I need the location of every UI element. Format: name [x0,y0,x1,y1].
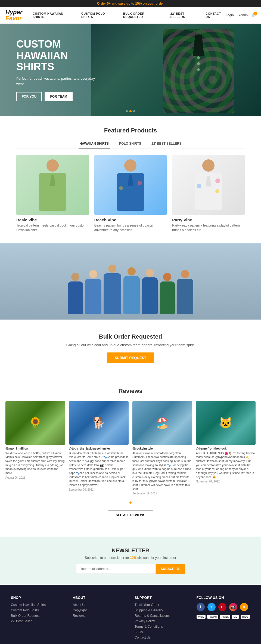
review-text-1: We'd ask who wore it better, but we all … [5,451,65,475]
nav-best-sellers[interactable]: 22' BEST SELLERS [170,12,199,18]
featured-title: Featured Products [16,127,245,134]
reviews-grid: 🌻 @max_i_million_ We'd ask who wore it b… [5,401,256,495]
footer-link-privacy[interactable]: Privacy Policy [135,619,188,623]
top-bar: Order 5+ and save up to 15% on your orde… [0,0,261,7]
footer-support-title: SUPPORT [135,596,188,600]
see-all-reviews-button[interactable]: SEE ALL REVIEWS [108,510,154,520]
person-2 [85,270,101,314]
hero-dot-1[interactable] [126,110,128,112]
product-grid: Basic Vibe Tropical pattern meets casual… [16,155,245,233]
header-right: Login Signup 🛒0 [226,13,256,17]
tab-hawaiian-shirts[interactable]: HAWAIIAN SHIRTS [79,140,110,148]
review-img-1: 🌻 [5,401,65,445]
logo-favor: Favor [5,15,22,21]
review-text-3: All in all it was a Never-to-be-forgotte… [132,451,192,491]
nav-contact[interactable]: CONTACT US [206,12,226,18]
footer-link-hawaiian[interactable]: Custom Hawaiian Shirts [11,603,65,607]
nav-hawaiian-shirts[interactable]: CUSTOM HAWAIIAN SHIRTS [33,12,75,18]
signup-link[interactable]: Signup [238,13,248,17]
bulk-title: Bulk Order Requested [11,333,250,340]
footer-link-track[interactable]: Track Your Order [135,603,188,607]
twitter-icon[interactable]: 𝕏 [207,603,216,611]
group-photo-section [0,243,261,320]
newsletter-subscribe-button[interactable]: SUBSCRIBE [156,564,185,574]
product-party-vibe[interactable]: Party Vibe Party-ready pattern - featuri… [172,155,245,233]
footer-link-about-us[interactable]: About Us [73,603,127,607]
review-handle-3: @rockyinstyle [132,447,192,450]
people-group [0,243,261,320]
payment-paypal: PayPal [207,615,219,619]
review-handle-1: @max_i_million_ [5,447,65,450]
submit-request-button[interactable]: SUBMIT REQUEST [107,352,154,363]
product-basic-vibe[interactable]: Basic Vibe Tropical pattern meets casual… [16,155,89,233]
newsletter-section: NEWSLETTER Subscribe to our newsletter f… [0,537,261,585]
hero-title: CUSTOM HAWAIIAN SHIRTS [16,39,98,73]
footer-link-reviews[interactable]: Reviews [73,614,127,618]
footer-link-bestseller[interactable]: 22' Best Seller [11,619,65,623]
newsletter-subtitle: Subscribe to our newsletter for 10% disc… [11,556,250,560]
person-7 [177,270,193,314]
footer-link-copyright[interactable]: Copyright [73,608,127,612]
bulk-section: Bulk Order Requested Going all out with … [0,320,261,377]
person-3 [104,265,121,314]
for-you-button[interactable]: FOR YOU [16,92,42,101]
bulk-subtitle: Going all out with cool and unique custo… [11,343,250,347]
hero-subtitle: Perfect for beach vacations, parties, an… [16,76,98,86]
footer-link-polo[interactable]: Custom Polo Shirts [11,608,65,612]
review-date-4: November 07, 2022 [196,480,256,483]
cart-badge: 0 [253,12,257,16]
hero-dot-3[interactable] [133,110,135,112]
product-desc-party: Party-ready pattern - featuring a playfu… [172,223,245,233]
product-name-party: Party Vibe [172,218,245,222]
footer-link-bulk[interactable]: Bulk Order Request [11,614,65,618]
payment-visa: VISA [197,615,206,619]
footer-shop: SHOP Custom Hawaiian Shirts Custom Polo … [11,596,65,641]
reviews-dot-active[interactable] [129,501,132,504]
nav-polo-shirts[interactable]: CUSTOM POLO SHIRTS [81,12,117,18]
for-team-button[interactable]: FOR TEAM [45,92,73,101]
footer-link-terms[interactable]: Terms & Conditions [135,625,188,628]
product-beach-vibe[interactable]: Beach Vibe Beachy pattern brings a sense… [94,155,167,233]
footer-link-contact[interactable]: Contact Us [135,636,188,639]
product-desc-basic: Tropical pattern meets casual cool in ou… [16,223,89,233]
product-img-basic [16,155,89,215]
login-link[interactable]: Login [226,13,234,17]
newsletter-title: NEWSLETTER [11,547,250,554]
facebook-icon[interactable]: f [197,603,205,611]
footer-link-faqs[interactable]: FAQs [135,630,188,634]
payment-discover: DISC [241,615,250,619]
hero-buttons: FOR YOU FOR TEAM [16,92,98,101]
footer-shop-title: SHOP [11,596,65,600]
footer-about: ABOUT About Us Copyright Reviews [73,596,127,641]
person-5 [142,269,158,314]
product-name-beach: Beach Vibe [94,218,167,222]
reviews-section: Reviews 🌻 @max_i_million_ We'd ask who w… [0,377,261,537]
nav-bulk-order[interactable]: BULK ORDER REQUESTED [123,12,164,18]
tab-polo-shirts[interactable]: POLO SHIRTS [118,140,142,148]
newsletter-email-input[interactable] [76,564,156,574]
logo[interactable]: Hyper Favor [5,9,27,21]
review-date-2: September 09, 2021 [69,488,129,491]
review-1: 🌻 @max_i_million_ We'd ask who wore it b… [5,401,65,495]
amazon-icon[interactable]: a [240,603,248,611]
product-name-basic: Basic Vibe [16,218,89,222]
review-2: 🐕 @toby_the_jackrussellterrier Buon Merc… [69,401,129,495]
reviews-dots [5,500,256,504]
hero-dots [126,110,135,112]
review-img-3: 🏖️ [132,401,192,445]
hero-dot-2[interactable] [129,110,132,112]
footer-support: SUPPORT Track Your Order Shipping & Deli… [135,596,188,641]
review-img-2: 🐕 [69,401,129,445]
cart-icon[interactable]: 🛒0 [251,13,256,17]
instagram-icon[interactable]: 📷 [229,603,237,611]
product-desc-beach: Beachy pattern brings a sense of coastal… [94,223,167,233]
footer-link-returns[interactable]: Returns & Cancellations [135,614,188,618]
review-text-2: Buon Mercoledì a tutti amici e amichette… [69,451,129,487]
footer: SHOP Custom Hawaiian Shirts Custom Polo … [0,585,261,644]
pinterest-icon[interactable]: P [218,603,226,611]
footer-follow-title: FOLLOW US ON [197,596,250,600]
tab-best-sellers[interactable]: 22' BEST SELLERS [150,140,182,148]
footer-link-shipping[interactable]: Shipping & Delivery [135,608,188,612]
reviews-title: Reviews [5,388,256,395]
review-text-4: ALOHA, FURRIENDS 🌺🌴 I'm feeling tropical… [196,451,256,479]
